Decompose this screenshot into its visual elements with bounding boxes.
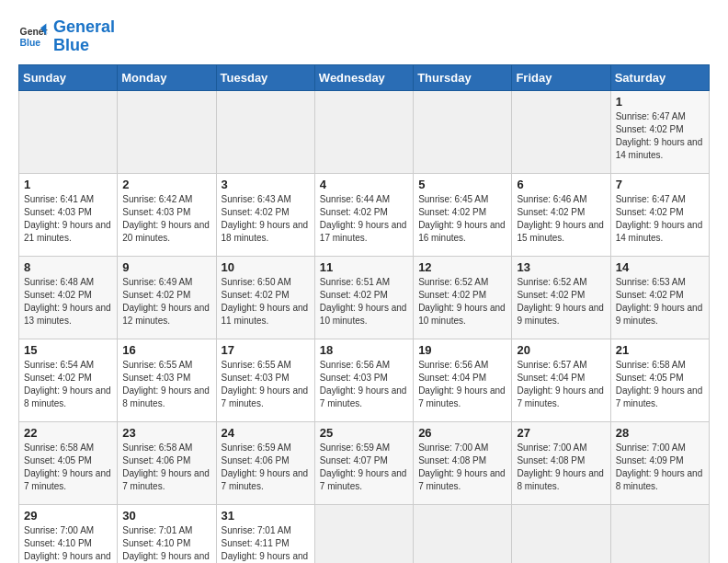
calendar-cell: 11 Sunrise: 6:51 AMSunset: 4:02 PMDaylig… <box>314 256 413 339</box>
calendar-cell: 12 Sunrise: 6:52 AMSunset: 4:02 PMDaylig… <box>414 256 512 339</box>
day-info: Sunrise: 6:52 AMSunset: 4:02 PMDaylight:… <box>517 277 604 326</box>
day-number: 19 <box>418 343 506 357</box>
calendar-week-3: 8 Sunrise: 6:48 AMSunset: 4:02 PMDayligh… <box>19 256 710 339</box>
day-info: Sunrise: 6:48 AMSunset: 4:02 PMDaylight:… <box>24 277 111 326</box>
day-info: Sunrise: 6:42 AMSunset: 4:03 PMDaylight:… <box>122 194 210 243</box>
calendar-cell: 1 Sunrise: 6:41 AMSunset: 4:03 PMDayligh… <box>19 173 118 256</box>
calendar-week-5: 22 Sunrise: 6:58 AMSunset: 4:05 PMDaylig… <box>19 421 710 504</box>
page-header: General Blue General Blue <box>18 18 710 55</box>
logo-blue: Blue <box>53 36 89 54</box>
calendar-cell: 23 Sunrise: 6:58 AMSunset: 4:06 PMDaylig… <box>118 421 216 504</box>
calendar-cell: 13 Sunrise: 6:52 AMSunset: 4:02 PMDaylig… <box>512 256 610 339</box>
day-info: Sunrise: 7:00 AMSunset: 4:08 PMDaylight:… <box>418 442 506 491</box>
weekday-header-sunday: Sunday <box>19 64 118 90</box>
day-number: 16 <box>122 343 210 357</box>
calendar-cell: 24 Sunrise: 6:59 AMSunset: 4:06 PMDaylig… <box>216 421 314 504</box>
logo: General Blue General Blue <box>18 18 115 55</box>
calendar-cell <box>414 504 512 563</box>
calendar-cell <box>610 504 709 563</box>
calendar-cell <box>314 504 413 563</box>
day-number: 28 <box>616 426 704 440</box>
calendar-week-6: 29 Sunrise: 7:00 AMSunset: 4:10 PMDaylig… <box>19 504 710 563</box>
day-number: 31 <box>222 509 310 523</box>
calendar-cell: 31 Sunrise: 7:01 AMSunset: 4:11 PMDaylig… <box>216 504 314 563</box>
day-number: 6 <box>517 178 605 191</box>
calendar-cell: 15 Sunrise: 6:54 AMSunset: 4:02 PMDaylig… <box>19 339 118 421</box>
day-number: 9 <box>122 260 210 274</box>
calendar-cell: 25 Sunrise: 6:59 AMSunset: 4:07 PMDaylig… <box>314 421 413 504</box>
weekday-header-friday: Friday <box>512 64 610 90</box>
calendar-cell: 29 Sunrise: 7:00 AMSunset: 4:10 PMDaylig… <box>19 504 118 563</box>
weekday-header-row: SundayMondayTuesdayWednesdayThursdayFrid… <box>19 64 710 90</box>
day-info: Sunrise: 6:44 AMSunset: 4:02 PMDaylight:… <box>320 194 407 243</box>
day-info: Sunrise: 6:58 AMSunset: 4:05 PMDaylight:… <box>24 442 111 491</box>
day-info: Sunrise: 6:41 AMSunset: 4:03 PMDaylight:… <box>24 194 111 243</box>
calendar-cell: 28 Sunrise: 7:00 AMSunset: 4:09 PMDaylig… <box>610 421 709 504</box>
day-number: 3 <box>222 178 310 191</box>
calendar-week-1: 1 Sunrise: 6:47 AMSunset: 4:02 PMDayligh… <box>19 90 710 173</box>
weekday-header-saturday: Saturday <box>610 64 709 90</box>
calendar-cell: 6 Sunrise: 6:46 AMSunset: 4:02 PMDayligh… <box>512 173 610 256</box>
calendar-cell: 18 Sunrise: 6:56 AMSunset: 4:03 PMDaylig… <box>314 339 413 421</box>
calendar-cell: 4 Sunrise: 6:44 AMSunset: 4:02 PMDayligh… <box>314 173 413 256</box>
day-info: Sunrise: 6:50 AMSunset: 4:02 PMDaylight:… <box>222 277 309 326</box>
day-info: Sunrise: 7:01 AMSunset: 4:10 PMDaylight:… <box>122 525 210 563</box>
calendar-week-2: 1 Sunrise: 6:41 AMSunset: 4:03 PMDayligh… <box>19 173 710 256</box>
weekday-header-wednesday: Wednesday <box>314 64 413 90</box>
calendar-cell: 8 Sunrise: 6:48 AMSunset: 4:02 PMDayligh… <box>19 256 118 339</box>
day-number: 14 <box>616 260 704 274</box>
calendar-cell: 3 Sunrise: 6:43 AMSunset: 4:02 PMDayligh… <box>216 173 314 256</box>
day-number: 7 <box>616 178 704 191</box>
day-number: 10 <box>222 260 310 274</box>
day-number: 4 <box>320 178 408 191</box>
day-number: 29 <box>24 509 112 523</box>
calendar-cell: 1 Sunrise: 6:47 AMSunset: 4:02 PMDayligh… <box>610 90 709 173</box>
calendar-cell: 16 Sunrise: 6:55 AMSunset: 4:03 PMDaylig… <box>118 339 216 421</box>
calendar-cell: 21 Sunrise: 6:58 AMSunset: 4:05 PMDaylig… <box>610 339 709 421</box>
day-number: 12 <box>418 260 506 274</box>
day-info: Sunrise: 6:47 AMSunset: 4:02 PMDaylight:… <box>616 194 703 243</box>
calendar-week-4: 15 Sunrise: 6:54 AMSunset: 4:02 PMDaylig… <box>19 339 710 421</box>
day-number: 21 <box>616 343 704 357</box>
calendar-cell <box>216 90 314 173</box>
calendar-cell: 30 Sunrise: 7:01 AMSunset: 4:10 PMDaylig… <box>118 504 216 563</box>
calendar-cell <box>314 90 413 173</box>
day-number: 27 <box>517 426 605 440</box>
day-number: 18 <box>320 343 408 357</box>
calendar-cell: 14 Sunrise: 6:53 AMSunset: 4:02 PMDaylig… <box>610 256 709 339</box>
day-info: Sunrise: 6:54 AMSunset: 4:02 PMDaylight:… <box>24 360 111 408</box>
calendar-cell: 19 Sunrise: 6:56 AMSunset: 4:04 PMDaylig… <box>414 339 512 421</box>
logo-icon: General Blue <box>18 22 48 52</box>
day-info: Sunrise: 6:46 AMSunset: 4:02 PMDaylight:… <box>517 194 604 243</box>
calendar-cell: 26 Sunrise: 7:00 AMSunset: 4:08 PMDaylig… <box>414 421 512 504</box>
day-number: 20 <box>517 343 605 357</box>
day-info: Sunrise: 6:49 AMSunset: 4:02 PMDaylight:… <box>122 277 210 326</box>
day-info: Sunrise: 6:52 AMSunset: 4:02 PMDaylight:… <box>418 277 506 326</box>
day-info: Sunrise: 7:00 AMSunset: 4:08 PMDaylight:… <box>517 442 604 491</box>
day-info: Sunrise: 7:01 AMSunset: 4:11 PMDaylight:… <box>222 525 309 563</box>
day-number: 17 <box>222 343 310 357</box>
day-info: Sunrise: 6:58 AMSunset: 4:05 PMDaylight:… <box>616 360 703 408</box>
day-number: 22 <box>24 426 112 440</box>
calendar-cell: 22 Sunrise: 6:58 AMSunset: 4:05 PMDaylig… <box>19 421 118 504</box>
weekday-header-tuesday: Tuesday <box>216 64 314 90</box>
day-info: Sunrise: 6:55 AMSunset: 4:03 PMDaylight:… <box>122 360 210 408</box>
day-info: Sunrise: 6:59 AMSunset: 4:06 PMDaylight:… <box>222 442 309 491</box>
day-number: 23 <box>122 426 210 440</box>
calendar-cell <box>512 90 610 173</box>
day-number: 1 <box>24 178 112 191</box>
calendar-cell: 10 Sunrise: 6:50 AMSunset: 4:02 PMDaylig… <box>216 256 314 339</box>
day-number: 25 <box>320 426 408 440</box>
day-info: Sunrise: 7:00 AMSunset: 4:09 PMDaylight:… <box>616 442 703 491</box>
calendar-body: 1 Sunrise: 6:47 AMSunset: 4:02 PMDayligh… <box>19 90 710 563</box>
day-number: 15 <box>24 343 112 357</box>
day-info: Sunrise: 6:58 AMSunset: 4:06 PMDaylight:… <box>122 442 210 491</box>
day-number: 5 <box>418 178 506 191</box>
day-number: 26 <box>418 426 506 440</box>
weekday-header-thursday: Thursday <box>414 64 512 90</box>
calendar-cell <box>512 504 610 563</box>
day-number: 13 <box>517 260 605 274</box>
day-number: 30 <box>122 509 210 523</box>
day-info: Sunrise: 6:51 AMSunset: 4:02 PMDaylight:… <box>320 277 407 326</box>
day-info: Sunrise: 6:45 AMSunset: 4:02 PMDaylight:… <box>418 194 506 243</box>
